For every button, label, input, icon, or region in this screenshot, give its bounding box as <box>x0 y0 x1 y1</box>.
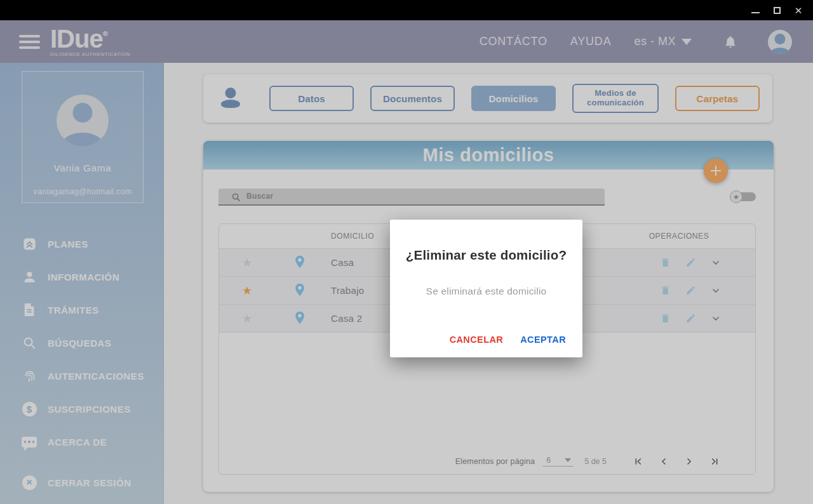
dialog-title: ¿Eliminar este domicilio? <box>390 248 582 263</box>
delete-confirmation-dialog: ¿Eliminar este domicilio? Se eliminará e… <box>390 220 582 357</box>
accept-button[interactable]: ACEPTAR <box>520 335 566 345</box>
dialog-message: Se eliminará este domicilio <box>390 286 582 297</box>
dialog-actions: CANCELAR ACEPTAR <box>450 335 566 345</box>
cancel-button[interactable]: CANCELAR <box>450 335 504 345</box>
